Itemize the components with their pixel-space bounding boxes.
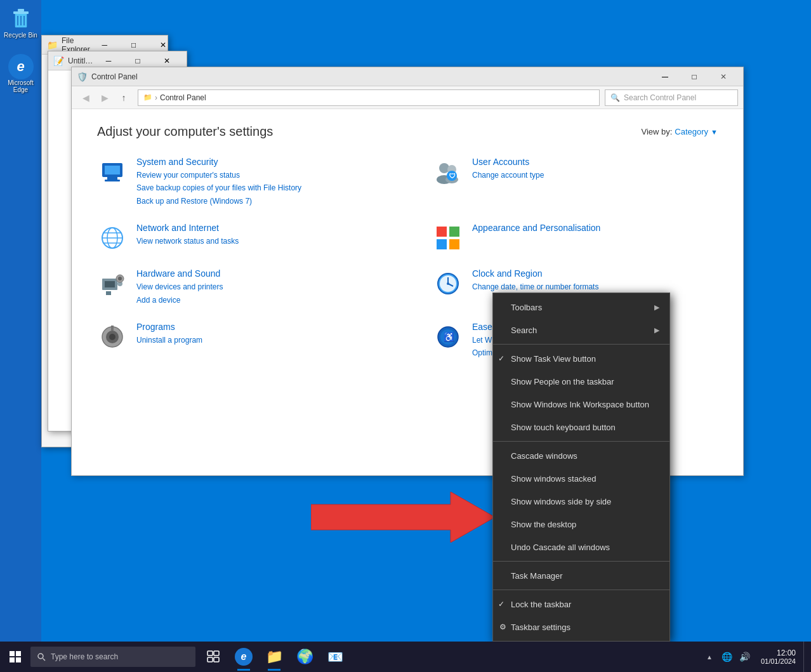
desktop-icon-edge[interactable]: e Microsoft Edge — [2, 54, 40, 93]
control-panel-titlebar[interactable]: 🛡️ Control Panel ─ □ ✕ — [72, 67, 743, 86]
svg-rect-45 — [16, 651, 21, 656]
network-link-1[interactable]: View network status and tasks — [136, 235, 239, 247]
ctx-item-people[interactable]: Show People on the taskbar — [493, 370, 669, 393]
ctx-item-taskview[interactable]: ✓ Show Task View button — [493, 347, 669, 370]
taskbar-item-mail[interactable]: 📧 — [320, 642, 350, 672]
system-link-3[interactable]: Back up and Restore (Windows 7) — [136, 195, 301, 208]
ctx-item-taskbarsettings[interactable]: ⚙ Taskbar settings — [493, 616, 669, 638]
ctx-item-toolbars[interactable]: Toolbars ▶ — [493, 296, 669, 319]
svg-line-49 — [43, 659, 46, 661]
cp-viewby-label: View by: — [641, 127, 672, 136]
desktop-icon-label: Recycle Bin — [4, 32, 37, 39]
svg-rect-21 — [437, 227, 447, 237]
users-link-1[interactable]: Change account type — [472, 169, 544, 181]
system-name[interactable]: System and Security — [136, 157, 301, 167]
programs-icon — [97, 322, 128, 352]
tray-icons: ▲ 🌐 🔊 — [701, 649, 753, 665]
ctx-keyboard-label: Show touch keyboard button — [511, 423, 616, 432]
svg-rect-50 — [208, 651, 213, 656]
network-name[interactable]: Network and Internet — [136, 223, 239, 233]
ctx-item-ink[interactable]: Show Windows Ink Workspace button — [493, 393, 669, 416]
taskbar-search-placeholder: Type here to search — [51, 652, 118, 661]
ctx-item-desktop[interactable]: Show the desktop — [493, 513, 669, 536]
ctx-item-stacked[interactable]: Show windows stacked — [493, 467, 669, 490]
ctx-taskmanager-label: Task Manager — [511, 571, 563, 581]
svg-rect-23 — [437, 239, 447, 249]
svg-rect-2 — [18, 9, 24, 11]
clock-link-1[interactable]: Change date, time or number formats — [472, 280, 598, 293]
ctx-item-taskmanager[interactable]: Task Manager — [493, 564, 669, 587]
hardware-name[interactable]: Hardware and Sound — [136, 268, 223, 279]
ctx-stacked-label: Show windows stacked — [511, 474, 596, 484]
ctx-separator-4 — [493, 590, 669, 590]
cp-viewby-arrow[interactable]: ▼ — [711, 128, 718, 136]
cp-viewby-value[interactable]: Category — [675, 127, 708, 136]
ctx-cascade-label: Cascade windows — [511, 451, 577, 461]
system-link-2[interactable]: Save backup copies of your files with Fi… — [136, 181, 301, 194]
ctx-item-keyboard[interactable]: Show touch keyboard button — [493, 416, 669, 438]
svg-text:🛡: 🛡 — [449, 173, 456, 180]
appearance-name[interactable]: Appearance and Personalisation — [472, 223, 600, 233]
ctx-separator-1 — [493, 344, 669, 345]
ctx-lock-check: ✓ — [498, 600, 504, 609]
desktop-icon-recycle-bin[interactable]: Recycle Bin — [2, 6, 40, 39]
ctx-item-cascade[interactable]: Cascade windows — [493, 444, 669, 467]
cp-maximize[interactable]: □ — [680, 67, 709, 86]
svg-text:♿: ♿ — [444, 332, 455, 343]
ctx-taskview-check: ✓ — [498, 354, 504, 363]
svg-rect-52 — [208, 657, 213, 662]
cp-category-system: System and Security Review your computer… — [97, 157, 382, 208]
show-desktop[interactable] — [803, 642, 808, 672]
svg-rect-7 — [105, 166, 120, 175]
svg-rect-8 — [107, 177, 117, 180]
taskbar-item-taskview[interactable] — [198, 642, 228, 672]
cp-search-box[interactable]: 🔍 Search Control Panel — [605, 89, 738, 106]
cp-main-title: Adjust your computer's settings — [97, 124, 273, 139]
cp-back-button[interactable]: ◀ — [77, 89, 95, 106]
ctx-item-locktaskbar[interactable]: ✓ Lock the taskbar — [493, 593, 669, 616]
tray-network[interactable]: 🌐 — [719, 649, 735, 665]
sidebar-strip: Recycle Bin e Microsoft Edge — [0, 0, 41, 642]
ctx-ink-label: Show Windows Ink Workspace button — [511, 400, 649, 409]
ctx-item-search[interactable]: Search ▶ — [493, 319, 669, 341]
tray-up-arrow[interactable]: ▲ — [701, 649, 718, 665]
gear-icon: ⚙ — [499, 623, 506, 631]
hardware-link-2[interactable]: Add a device — [136, 294, 223, 306]
desktop-icon-edge-label: Microsoft Edge — [2, 79, 40, 93]
taskbar-item-edge[interactable]: e — [228, 642, 259, 672]
taskbar-search-box[interactable]: Type here to search — [30, 647, 195, 667]
taskbar-clock[interactable]: 12:00 01/01/2024 — [756, 649, 801, 665]
cp-close[interactable]: ✕ — [709, 67, 738, 86]
users-icon: 🛡 — [433, 157, 463, 187]
cp-category-programs: Programs Uninstall a program — [97, 322, 382, 360]
hardware-link-1[interactable]: View devices and printers — [136, 280, 223, 293]
system-info: System and Security Review your computer… — [136, 157, 301, 208]
users-info: User Accounts Change account type — [472, 157, 544, 208]
system-link-1[interactable]: Review your computer's status — [136, 169, 301, 181]
ctx-item-sidebyside[interactable]: Show windows side by side — [493, 490, 669, 513]
cp-toolbar: ◀ ▶ ↑ 📁 › Control Panel 🔍 Search Control… — [72, 86, 743, 109]
clock-name[interactable]: Clock and Region — [472, 268, 598, 279]
ctx-lock-label: Lock the taskbar — [511, 600, 571, 609]
taskbar-item-globe[interactable]: 🌍 — [289, 642, 320, 672]
cp-address-bar[interactable]: 📁 › Control Panel — [138, 89, 600, 106]
svg-rect-39 — [111, 326, 114, 331]
ctx-item-undocascade[interactable]: Undo Cascade all windows — [493, 536, 669, 558]
svg-marker-43 — [311, 492, 495, 543]
taskbar-item-fileexplorer[interactable]: 📁 — [259, 642, 289, 672]
programs-name[interactable]: Programs — [136, 322, 202, 332]
cp-up-button[interactable]: ↑ — [115, 89, 133, 106]
cp-minimize[interactable]: ─ — [650, 67, 680, 86]
users-name[interactable]: User Accounts — [472, 157, 544, 167]
start-button[interactable] — [0, 642, 30, 672]
programs-link-1[interactable]: Uninstall a program — [136, 334, 202, 346]
ctx-toolbars-arrow: ▶ — [654, 303, 659, 312]
tray-volume[interactable]: 🔊 — [737, 649, 753, 665]
cp-viewby: View by: Category ▼ — [641, 127, 718, 136]
ctx-separator-2 — [493, 441, 669, 442]
system-icon — [97, 157, 128, 187]
svg-point-35 — [447, 282, 449, 285]
ctx-sidebyside-label: Show windows side by side — [511, 497, 611, 506]
cp-forward-button[interactable]: ▶ — [96, 89, 114, 106]
taskbar-items-group: e 📁 🌍 📧 — [198, 642, 350, 672]
